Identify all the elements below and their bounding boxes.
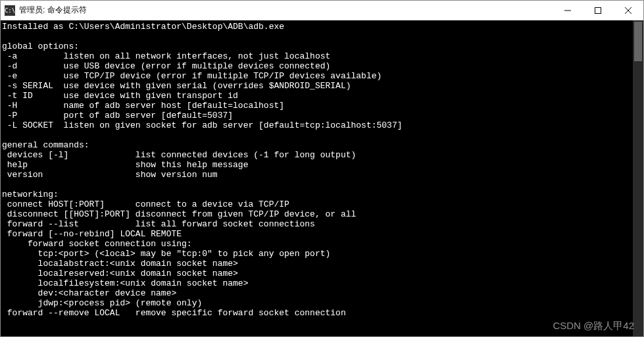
terminal-area: Installed as C:\Users\Administrator\Desk… [1,20,643,336]
scrollbar[interactable] [633,20,643,336]
terminal-output: Installed as C:\Users\Administrator\Desk… [2,22,630,318]
svg-rect-1 [595,7,601,13]
titlebar[interactable]: C:\ 管理员: 命令提示符 [1,1,643,20]
maximize-button[interactable] [583,1,613,20]
window: C:\ 管理员: 命令提示符 Installed as C:\Users\Adm… [0,0,644,337]
minimize-icon [564,7,571,14]
terminal[interactable]: Installed as C:\Users\Administrator\Desk… [1,20,633,336]
close-button[interactable] [613,1,643,20]
maximize-icon [595,7,601,14]
window-title: 管理员: 命令提示符 [19,5,87,16]
scrollbar-thumb[interactable] [634,22,642,61]
cmd-icon: C:\ [5,5,15,16]
minimize-button[interactable] [553,1,583,20]
close-icon [625,7,632,14]
